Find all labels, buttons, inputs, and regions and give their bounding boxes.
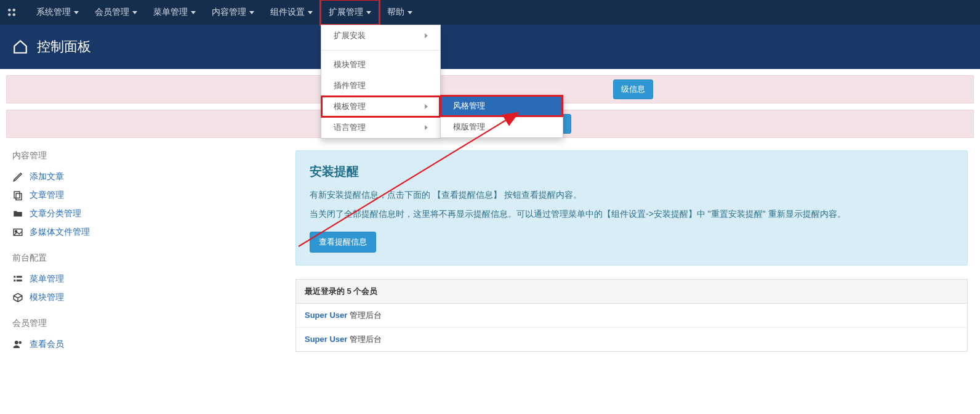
dd-label: 扩展安装 xyxy=(334,30,366,41)
top-nav: 系统管理 会员管理 菜单管理 内容管理 组件设置 扩展管理 扩展安装 模块管理 … xyxy=(28,0,420,25)
sidebar-label: 文章管理 xyxy=(30,190,64,201)
sidebar-section-front: 前台配置 xyxy=(12,253,265,264)
sidebar-label: 查看会员 xyxy=(30,339,64,350)
svg-point-13 xyxy=(15,341,18,344)
svg-point-2 xyxy=(8,14,11,17)
chevron-down-icon xyxy=(191,11,196,14)
users-icon xyxy=(12,339,30,350)
button-label: 查看提醒信息 xyxy=(319,237,367,246)
nav-label: 内容管理 xyxy=(212,7,246,18)
home-icon xyxy=(12,39,28,55)
dd-install[interactable]: 扩展安装 xyxy=(321,25,440,46)
nav-content[interactable]: 内容管理 xyxy=(204,0,262,25)
pencil-icon xyxy=(12,171,30,182)
nav-label: 系统管理 xyxy=(36,7,71,18)
dd-label: 插件管理 xyxy=(334,80,366,91)
list-icon xyxy=(12,274,30,285)
recent-logins-panel: 最近登录的 5 个会员 Super User 管理后台 Super User 管… xyxy=(295,279,968,352)
cube-icon xyxy=(12,292,30,303)
svg-rect-12 xyxy=(17,280,22,282)
sidebar: 内容管理 添加文章 文章管理 文章分类管理 多媒体文件管理 前台配置 菜单管理 … xyxy=(6,150,277,354)
sub-style-mgmt[interactable]: 风格管理 xyxy=(441,95,563,116)
sidebar-label: 文章分类管理 xyxy=(30,208,81,219)
template-submenu: 风格管理 模版管理 xyxy=(440,95,563,138)
install-reminder-box: 安装提醒 有新安装提醒信息，点击下面的 【查看提醒信息】 按钮查看提醒内容。 当… xyxy=(295,150,968,266)
nav-label: 菜单管理 xyxy=(153,7,188,18)
chevron-right-icon xyxy=(425,33,428,38)
sidebar-menu-mgmt[interactable]: 菜单管理 xyxy=(12,270,265,288)
panel-header: 最近登录的 5 个会员 xyxy=(296,280,967,304)
sidebar-label: 添加文章 xyxy=(30,171,64,182)
dd-plugin[interactable]: 插件管理 xyxy=(321,75,440,96)
nav-help[interactable]: 帮助 xyxy=(379,0,420,25)
alert1-partial-button[interactable]: 级信息 xyxy=(613,79,653,99)
dd-language[interactable]: 语言管理 xyxy=(321,117,440,138)
sidebar-label: 模块管理 xyxy=(30,292,64,303)
user-link[interactable]: Super User xyxy=(305,335,347,344)
sidebar-label: 菜单管理 xyxy=(30,274,64,285)
sidebar-add-article[interactable]: 添加文章 xyxy=(12,168,265,186)
sidebar-section-content: 内容管理 xyxy=(12,150,265,161)
panel-row: Super User 管理后台 xyxy=(296,328,967,351)
svg-point-1 xyxy=(13,9,16,12)
dd-module[interactable]: 模块管理 xyxy=(321,54,440,75)
sidebar-section-member: 会员管理 xyxy=(12,318,265,329)
nav-members[interactable]: 会员管理 xyxy=(87,0,145,25)
svg-rect-5 xyxy=(14,192,20,198)
svg-point-14 xyxy=(19,341,22,344)
folder-icon xyxy=(12,208,30,219)
view-reminder-button[interactable]: 查看提醒信息 xyxy=(310,232,376,253)
extensions-dropdown: 扩展安装 模块管理 插件管理 模板管理 风格管理 模版管理 语言管理 xyxy=(321,25,441,139)
dd-label: 模块管理 xyxy=(334,59,366,70)
sidebar-media-mgmt[interactable]: 多媒体文件管理 xyxy=(12,223,265,242)
chevron-down-icon xyxy=(308,11,313,14)
row-suffix: 管理后台 xyxy=(350,335,382,344)
chevron-down-icon xyxy=(132,11,137,14)
sidebar-view-members[interactable]: 查看会员 xyxy=(12,335,265,354)
page-title: 控制面板 xyxy=(37,38,91,56)
sub-label: 风格管理 xyxy=(453,101,485,110)
sidebar-article-mgmt[interactable]: 文章管理 xyxy=(12,186,265,205)
image-icon xyxy=(12,227,30,238)
svg-rect-10 xyxy=(17,276,22,278)
chevron-down-icon xyxy=(366,11,371,14)
nav-label: 会员管理 xyxy=(95,7,129,18)
content: 安装提醒 有新安装提醒信息，点击下面的 【查看提醒信息】 按钮查看提醒内容。 当… xyxy=(289,150,974,354)
info-text-2: 当关闭了全部提醒信息时，这里将不再显示提醒信息。可以通过管理菜单中的【组件设置-… xyxy=(310,206,954,222)
info-text-1: 有新安装提醒信息，点击下面的 【查看提醒信息】 按钮查看提醒内容。 xyxy=(310,187,954,203)
copy-icon xyxy=(12,190,30,201)
nav-menus[interactable]: 菜单管理 xyxy=(145,0,204,25)
dd-template[interactable]: 模板管理 xyxy=(321,96,440,117)
svg-rect-9 xyxy=(14,276,15,278)
sidebar-category-mgmt[interactable]: 文章分类管理 xyxy=(12,205,265,223)
nav-extensions[interactable]: 扩展管理 扩展安装 模块管理 插件管理 模板管理 风格管理 模版管理 语言管理 xyxy=(321,0,379,25)
dd-label: 语言管理 xyxy=(334,122,366,133)
joomla-logo-icon xyxy=(6,0,28,25)
nav-system[interactable]: 系统管理 xyxy=(28,0,87,25)
sub-template-mgmt[interactable]: 模版管理 xyxy=(441,116,563,137)
row-suffix: 管理后台 xyxy=(350,310,382,320)
info-title: 安装提醒 xyxy=(310,163,954,180)
panel-row: Super User 管理后台 xyxy=(296,304,967,328)
chevron-right-icon xyxy=(425,125,428,130)
nav-label: 扩展管理 xyxy=(329,7,363,18)
page-header: 控制面板 xyxy=(0,25,980,69)
svg-point-0 xyxy=(8,9,11,12)
user-link[interactable]: Super User xyxy=(305,310,347,320)
nav-label: 组件设置 xyxy=(270,7,305,18)
svg-rect-6 xyxy=(16,193,22,200)
svg-point-3 xyxy=(13,14,16,17)
button-label: 级信息 xyxy=(621,84,645,94)
chevron-down-icon xyxy=(74,11,79,14)
top-navbar: 系统管理 会员管理 菜单管理 内容管理 组件设置 扩展管理 扩展安装 模块管理 … xyxy=(0,0,980,25)
sidebar-label: 多媒体文件管理 xyxy=(30,227,90,238)
nav-label: 帮助 xyxy=(387,7,404,18)
chevron-right-icon xyxy=(425,104,428,109)
chevron-down-icon xyxy=(249,11,254,14)
chevron-down-icon xyxy=(408,11,412,14)
nav-components[interactable]: 组件设置 xyxy=(262,0,321,25)
sub-label: 模版管理 xyxy=(453,122,485,131)
sidebar-module-mgmt[interactable]: 模块管理 xyxy=(12,288,265,307)
svg-rect-11 xyxy=(14,280,15,282)
divider xyxy=(321,50,440,51)
